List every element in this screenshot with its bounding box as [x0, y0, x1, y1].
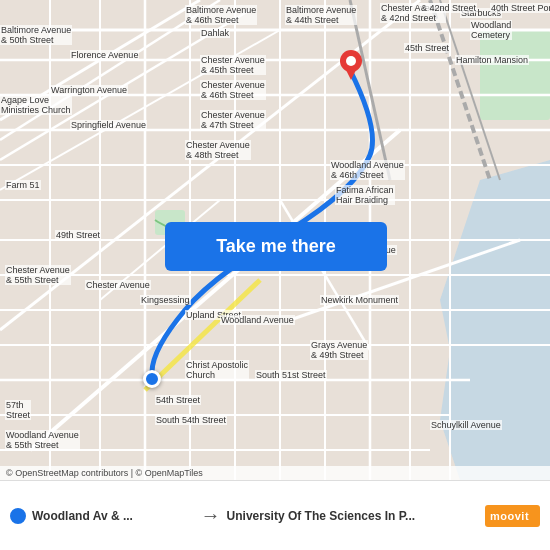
moovit-logo: moovit — [485, 505, 540, 527]
hamilton-label: Hamilton Mansion — [455, 55, 529, 65]
woodland-ave-label: Woodland Avenue — [220, 315, 295, 325]
woodland-46-label: Woodland Avenue& 46th Street — [330, 160, 405, 180]
chester-48-label: Chester Avenue& 48th Street — [185, 140, 251, 160]
s54b-label: South 54th Street — [155, 415, 227, 425]
chester-ave-label: Chester Avenue — [85, 280, 151, 290]
to-station: University Of The Sciences In P... — [227, 509, 485, 523]
farm51-label: Farm 51 — [5, 180, 41, 190]
origin-indicator — [10, 508, 26, 524]
kingsessing-label: Kingsessing — [140, 295, 191, 305]
take-me-there-button[interactable]: Take me there — [165, 222, 387, 271]
destination-pin — [340, 50, 362, 84]
agape-label: Agape LoveMinistries Church — [0, 95, 72, 115]
40th-portal-label: 40th Street Portal — [490, 3, 550, 13]
florence-label: Florence Avenue — [70, 50, 139, 60]
chester-46-label: Chester Avenue& 46th Street — [200, 80, 266, 100]
s57-label: 57thStreet — [5, 400, 31, 420]
copyright-bar: © OpenStreetMap contributors | © OpenMap… — [0, 466, 550, 480]
schuylkill-label: Schuylkill Avenue — [430, 420, 502, 430]
woodland-55-label: Woodland Avenue& 55th Street — [5, 430, 80, 450]
baltimore-50-label: Baltimore Avenue& 50th Street — [0, 25, 72, 45]
from-station: Woodland Av & ... — [10, 508, 195, 524]
baltimore-46-label: Baltimore Avenue& 46th Street — [185, 5, 257, 25]
dahlak-label: Dahlak — [200, 28, 230, 38]
christ-label: Christ ApostolicChurch — [185, 360, 249, 380]
woodland-cemetery-label: WoodlandCemetery — [470, 20, 512, 40]
43rd-label: & 42nd Street — [420, 3, 477, 13]
svg-point-42 — [346, 56, 356, 66]
49th-label: 49th Street — [55, 230, 101, 240]
arrow-icon: → — [201, 504, 221, 527]
chester-55-label: Chester Avenue& 55th Street — [5, 265, 71, 285]
origin-dot — [143, 370, 161, 388]
baltimore-44-label: Baltimore Avenue& 44th Street — [285, 5, 357, 25]
grays-49-label: Grays Avenue& 49th Street — [310, 340, 368, 360]
south51-label: South 51st Street — [255, 370, 327, 380]
warrington-label: Warrington Avenue — [50, 85, 128, 95]
svg-rect-3 — [480, 30, 550, 120]
springfield-label: Springfield Avenue — [70, 120, 147, 130]
chester-47-label: Chester Avenue& 47th Street — [200, 110, 266, 130]
svg-text:moovit: moovit — [490, 510, 529, 522]
svg-marker-41 — [344, 66, 358, 80]
chester-45-label: Chester Avenue& 45th Street — [200, 55, 266, 75]
bottom-bar: Woodland Av & ... → University Of The Sc… — [0, 480, 550, 550]
s54-label: 54th Street — [155, 395, 201, 405]
map-container: 45th Street Starbucks Hamilton Mansion W… — [0, 0, 550, 480]
street-label: 45th Street — [404, 43, 450, 53]
to-station-label: University Of The Sciences In P... — [227, 509, 416, 523]
newkirk-label: Newkirk Monument — [320, 295, 399, 305]
from-station-label: Woodland Av & ... — [32, 509, 133, 523]
fatima-label: Fatima AfricanHair Braiding — [335, 185, 395, 205]
